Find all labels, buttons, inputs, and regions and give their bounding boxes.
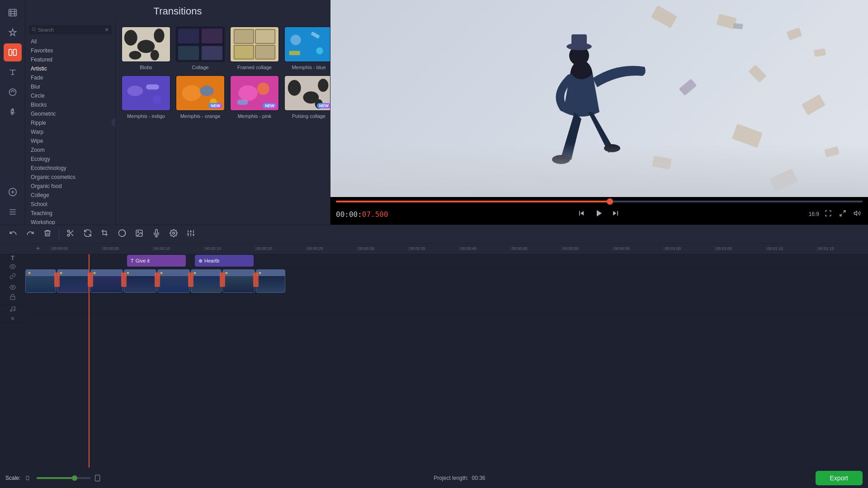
category-item[interactable]: Fade bbox=[25, 73, 115, 82]
category-item[interactable]: Workshop bbox=[25, 218, 115, 225]
category-item[interactable]: Circle bbox=[25, 91, 115, 100]
mic-button[interactable] bbox=[149, 227, 164, 241]
caption-clip-2[interactable]: ⊕ Heartb bbox=[195, 255, 254, 267]
scale-slider[interactable] bbox=[37, 477, 91, 479]
transition-thumb-memphis-orange: NEW bbox=[175, 75, 225, 111]
video-clip-3[interactable]: ★ bbox=[124, 269, 156, 293]
transition-item-memphis-indigo[interactable]: Memphis - indigo bbox=[121, 75, 171, 119]
video-clip-6[interactable]: ★ bbox=[222, 269, 255, 293]
transition-marker-4[interactable] bbox=[155, 272, 160, 287]
video-clip-1[interactable]: ★ bbox=[57, 269, 90, 293]
transition-marker-6[interactable] bbox=[220, 272, 225, 287]
category-item[interactable]: Teaching bbox=[25, 209, 115, 218]
transition-marker-7[interactable] bbox=[253, 272, 259, 287]
search-input[interactable] bbox=[38, 27, 104, 33]
transition-marker-5[interactable] bbox=[188, 272, 193, 287]
skip-back-button[interactable] bbox=[575, 207, 588, 222]
search-clear-icon[interactable]: ✕ bbox=[104, 27, 109, 33]
caption-clip-1[interactable]: T Give it bbox=[127, 255, 186, 267]
playhead[interactable] bbox=[89, 254, 90, 468]
svg-point-12 bbox=[124, 30, 137, 46]
progress-handle[interactable] bbox=[607, 198, 613, 205]
scale-handle[interactable] bbox=[72, 475, 77, 481]
redo-button[interactable] bbox=[23, 227, 38, 241]
category-item[interactable]: College bbox=[25, 191, 115, 200]
fullscreen-button[interactable] bbox=[837, 208, 848, 221]
sidebar-effects-icon[interactable] bbox=[4, 23, 22, 42]
sidebar-menu-icon[interactable] bbox=[4, 203, 22, 221]
transition-item-memphis-orange[interactable]: NEWMemphis - orange bbox=[175, 75, 225, 119]
transition-item-collage[interactable]: Collage bbox=[175, 26, 225, 70]
playback-buttons bbox=[575, 206, 622, 223]
transition-item-memphis-pink[interactable]: NEWMemphis - pink bbox=[230, 75, 279, 119]
adjust-button[interactable] bbox=[183, 227, 198, 241]
category-item[interactable]: Zoom bbox=[25, 145, 115, 155]
image-button[interactable] bbox=[132, 227, 147, 241]
category-item[interactable]: Artistic bbox=[25, 64, 115, 73]
music-icon[interactable] bbox=[9, 306, 16, 314]
export-button[interactable]: Export bbox=[816, 471, 863, 485]
category-item[interactable]: Ripple bbox=[25, 118, 115, 127]
transition-item-memphis-blue[interactable]: Memphis - blue bbox=[284, 26, 330, 70]
video-clip-0[interactable]: ★ bbox=[25, 269, 56, 293]
video-lock-icon[interactable] bbox=[9, 294, 16, 301]
video-clip-7[interactable]: ★ bbox=[256, 269, 285, 293]
category-item[interactable]: Ecotechnology bbox=[25, 164, 115, 173]
crop-button[interactable] bbox=[97, 227, 113, 241]
category-item[interactable]: Featured bbox=[25, 55, 115, 64]
transition-label-blobs: Blobs bbox=[140, 64, 152, 70]
add-track-button[interactable]: + bbox=[36, 244, 40, 253]
category-item[interactable]: All bbox=[25, 37, 115, 46]
category-item[interactable]: Favorites bbox=[25, 46, 115, 55]
sidebar-text-icon[interactable] bbox=[4, 63, 22, 81]
transition-marker-1[interactable] bbox=[54, 272, 60, 287]
svg-rect-19 bbox=[202, 28, 222, 43]
svg-rect-20 bbox=[178, 46, 199, 60]
mute-icon[interactable]: ✕ bbox=[10, 315, 15, 322]
sidebar-transitions-icon[interactable] bbox=[4, 43, 22, 61]
sidebar-overlay-icon[interactable] bbox=[4, 83, 22, 101]
play-button[interactable] bbox=[591, 206, 606, 223]
skip-forward-button[interactable] bbox=[609, 207, 622, 222]
sidebar-sport-icon[interactable] bbox=[4, 103, 22, 121]
category-item[interactable]: Wipe bbox=[25, 136, 115, 145]
caption-icon-2: ⊕ bbox=[198, 258, 203, 264]
category-item[interactable]: School bbox=[25, 200, 115, 209]
eye-track-icon[interactable] bbox=[9, 284, 16, 292]
color-button[interactable] bbox=[114, 227, 130, 241]
undo-button[interactable] bbox=[5, 227, 21, 241]
link-icon[interactable] bbox=[9, 273, 16, 281]
transition-item-blobs[interactable]: Blobs bbox=[121, 26, 171, 70]
text-track-icon[interactable]: T bbox=[11, 254, 15, 262]
delete-button[interactable] bbox=[40, 227, 55, 241]
progress-bar[interactable] bbox=[336, 201, 863, 202]
category-item[interactable]: Organic cosmetics bbox=[25, 173, 115, 182]
category-item[interactable]: Geometric bbox=[25, 109, 115, 118]
category-item[interactable]: Warp bbox=[25, 127, 115, 136]
sidebar-add-icon[interactable] bbox=[4, 183, 22, 201]
category-item[interactable]: Ecology bbox=[25, 155, 115, 164]
transition-item-pulsing-collage[interactable]: NEWPulsing collage bbox=[284, 75, 330, 119]
track-controls: T ✕ bbox=[0, 254, 25, 468]
fullscreen-small-button[interactable] bbox=[823, 208, 834, 221]
settings-button[interactable] bbox=[166, 227, 181, 241]
volume-button[interactable] bbox=[852, 208, 863, 221]
video-clip-4[interactable]: ★ bbox=[157, 269, 190, 293]
svg-point-76 bbox=[10, 310, 12, 311]
cut-button[interactable] bbox=[63, 227, 78, 241]
video-clip-5[interactable]: ★ bbox=[191, 269, 222, 293]
category-item[interactable]: Blocks bbox=[25, 100, 115, 109]
ruler-mark: 00:00:55 bbox=[613, 246, 664, 251]
video-clip-2[interactable]: ★ bbox=[90, 269, 123, 293]
sidebar-film-icon[interactable] bbox=[4, 4, 22, 22]
rotate-button[interactable] bbox=[80, 227, 95, 241]
svg-point-28 bbox=[291, 35, 301, 45]
transition-marker-3[interactable] bbox=[121, 272, 127, 287]
category-item[interactable]: Blur bbox=[25, 82, 115, 91]
category-item[interactable]: Organic food bbox=[25, 182, 115, 191]
search-box[interactable]: ✕ bbox=[29, 25, 112, 34]
eye-icon[interactable] bbox=[9, 263, 16, 271]
transition-item-framed-collage[interactable]: Framed collage bbox=[230, 26, 279, 70]
transition-thumb-collage bbox=[175, 26, 225, 62]
clip-star-7: ★ bbox=[258, 271, 262, 275]
